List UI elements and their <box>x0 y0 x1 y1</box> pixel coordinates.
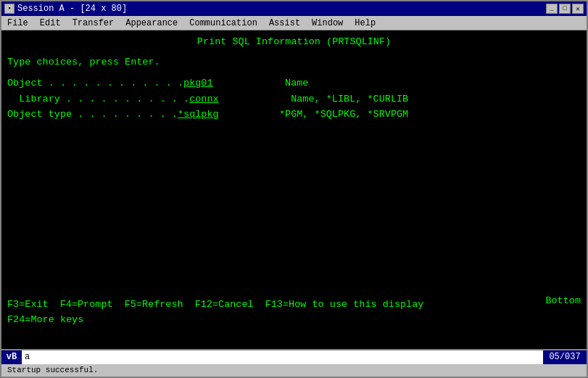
f13-key[interactable]: F13=How to use this display <box>265 297 424 312</box>
f24-key[interactable]: F24=More keys <box>7 313 83 327</box>
status-time: 05/037 <box>543 350 587 364</box>
f5-key[interactable]: F5=Refresh <box>125 297 183 312</box>
title-bar-left: ▪ Session A - [24 x 80] <box>4 4 127 14</box>
object-hint: Name <box>285 76 308 91</box>
minimize-button[interactable]: _ <box>546 4 558 14</box>
object-value[interactable]: pkg01 <box>183 76 263 91</box>
object-type-hint: *PGM, *SQLPKG, *SRVPGM <box>279 107 408 122</box>
menu-help[interactable]: Help <box>352 17 378 29</box>
close-button[interactable]: ✕ <box>572 4 584 14</box>
mode-indicator: vB <box>1 350 22 364</box>
object-row: Object . . . . . . . . . . . . pkg01 Nam… <box>7 76 581 91</box>
object-type-label: Object type . . . . . . . . . <box>7 107 178 122</box>
window-title: Session A - [24 x 80] <box>17 4 127 14</box>
terminal-area: Print SQL Information (PRTSQLINF) Type c… <box>1 30 587 349</box>
menu-appearance[interactable]: Appearance <box>123 17 181 29</box>
main-window: ▪ Session A - [24 x 80] _ □ ✕ File Edit … <box>0 0 588 378</box>
object-label: Object . . . . . . . . . . . . <box>7 76 183 91</box>
f12-key[interactable]: F12=Cancel <box>195 297 254 312</box>
library-label: Library . . . . . . . . . . . <box>7 92 189 107</box>
library-value[interactable]: connx <box>189 92 269 107</box>
menu-assist[interactable]: Assist <box>266 17 303 29</box>
title-controls: _ □ ✕ <box>546 4 584 14</box>
status-input-value: a <box>25 352 30 362</box>
menu-bar: File Edit Transfer Appearance Communicat… <box>1 16 587 30</box>
object-type-row: Object type . . . . . . . . . *sqlpkg *P… <box>7 107 581 122</box>
instruction-text: Type choices, press Enter. <box>7 55 581 70</box>
status-bar: vB a 05/037 Startup successful. <box>1 349 587 377</box>
status-input-area: a <box>22 350 543 364</box>
object-type-value[interactable]: *sqlpkg <box>178 107 257 122</box>
menu-communication[interactable]: Communication <box>186 17 260 29</box>
library-row: Library . . . . . . . . . . . connx Name… <box>7 92 581 107</box>
f3-key[interactable]: F3=Exit <box>7 297 49 312</box>
maximize-button[interactable]: □ <box>559 4 571 14</box>
f4-key[interactable]: F4=Prompt <box>60 297 113 312</box>
window-icon: ▪ <box>4 4 15 14</box>
fkeys-area: F3=Exit F4=Prompt F5=Refresh F12=Cancel … <box>7 297 581 327</box>
status-message: Startup successful. <box>1 364 587 377</box>
menu-transfer[interactable]: Transfer <box>70 17 117 29</box>
fkeys-row1: F3=Exit F4=Prompt F5=Refresh F12=Cancel … <box>7 297 581 312</box>
fkeys-row2: F24=More keys <box>7 313 581 327</box>
menu-file[interactable]: File <box>4 17 31 29</box>
menu-window[interactable]: Window <box>309 17 346 29</box>
library-hint: Name, *LIBL, *CURLIB <box>291 92 408 107</box>
menu-edit[interactable]: Edit <box>37 17 64 29</box>
screen-title: Print SQL Information (PRTSQLINF) <box>7 35 581 49</box>
title-bar: ▪ Session A - [24 x 80] _ □ ✕ <box>1 1 587 16</box>
status-top: vB a 05/037 <box>1 350 587 364</box>
